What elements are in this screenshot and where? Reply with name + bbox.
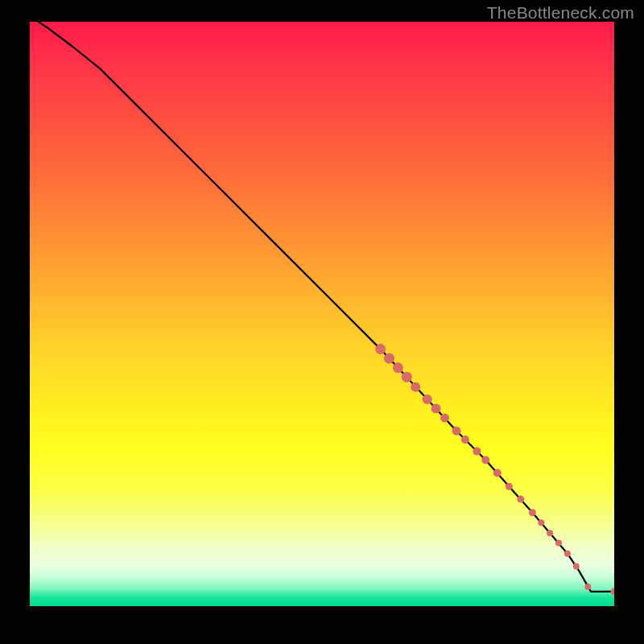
chart-marker (538, 519, 544, 526)
chart-marker (584, 584, 591, 590)
chart-marker (547, 530, 553, 536)
chart-curve (30, 22, 614, 592)
chart-marker (481, 456, 489, 464)
chart-marker (384, 353, 394, 364)
chart-marker (452, 427, 461, 436)
chart-marker (402, 372, 412, 382)
chart-marker (555, 540, 562, 547)
chart-marker (440, 414, 449, 423)
chart-marker (393, 362, 403, 373)
chart-marker (423, 394, 432, 404)
chart-marker (517, 496, 524, 503)
chart-marker (564, 551, 571, 557)
chart-marker (506, 483, 513, 490)
chart-marker (529, 509, 536, 516)
chart-svg (30, 22, 614, 606)
chart-marker (493, 469, 502, 477)
chart-marker (411, 382, 420, 392)
chart-marker (611, 588, 615, 595)
chart-marker (461, 436, 469, 444)
chart-marker (573, 564, 580, 570)
watermark-text: TheBottleneck.com (487, 3, 634, 23)
chart-marker (473, 448, 481, 456)
chart-marker (431, 404, 441, 414)
chart-plot-area (30, 22, 614, 606)
chart-marker (375, 344, 386, 354)
